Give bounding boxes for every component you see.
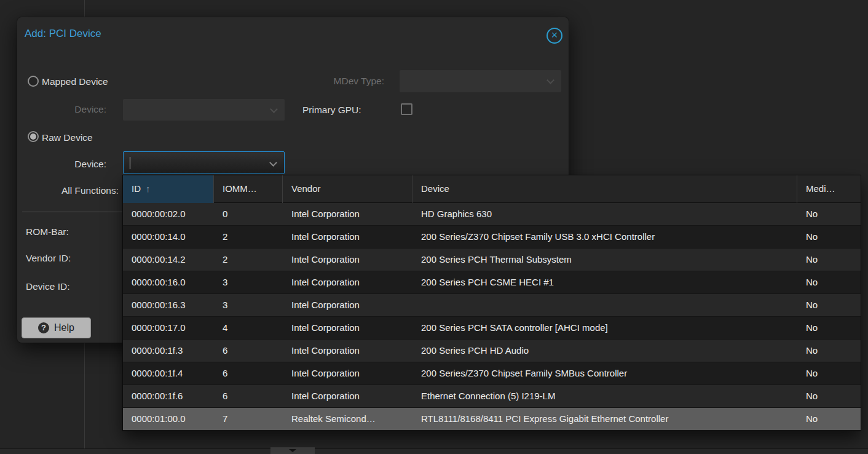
cell-id: 0000:00:1f.6 (123, 385, 214, 408)
mapped-device-radio-label: Mapped Device (42, 76, 108, 88)
chevron-down-icon (546, 76, 554, 84)
cell-vendor: Realtek Semicond… (283, 408, 412, 431)
cell-vendor: Intel Corporation (283, 294, 412, 317)
cell-id: 0000:00:16.0 (123, 271, 214, 294)
help-icon: ? (38, 322, 49, 333)
column-header-label: IOMM… (223, 183, 257, 194)
cell-mediated: No (797, 385, 861, 408)
column-header-vendor[interactable]: Vendor (283, 175, 412, 203)
cell-vendor: Intel Corporation (283, 203, 412, 226)
column-header-iommu[interactable]: IOMM… (214, 175, 283, 203)
cell-vendor: Intel Corporation (283, 317, 412, 340)
primary-gpu-checkbox[interactable] (401, 103, 412, 115)
cell-iommu: 6 (214, 340, 283, 362)
raw-device-radio-label: Raw Device (42, 132, 93, 144)
column-header-label: ID (132, 183, 141, 194)
cell-mediated: No (797, 249, 861, 271)
cell-device: HD Graphics 630 (412, 203, 797, 226)
chevron-down-icon[interactable] (269, 159, 277, 167)
cell-device: 200 Series/Z370 Chipset Family SMBus Con… (412, 362, 797, 385)
cell-iommu: 3 (214, 271, 283, 294)
mapped-device-radio[interactable] (28, 76, 39, 87)
table-row[interactable]: 0000:00:1f.46Intel Corporation200 Series… (123, 362, 861, 385)
cell-iommu: 4 (214, 317, 283, 340)
background-panel-divider-bottom (84, 343, 85, 449)
cell-mediated: No (797, 271, 861, 294)
background-panel-divider-top (84, 0, 85, 17)
sort-asc-icon: ↑ (146, 183, 151, 194)
background-bottom-panel-edge (0, 448, 868, 454)
column-header-mediated[interactable]: Medi… (797, 175, 861, 203)
cell-mediated: No (797, 226, 861, 249)
cell-device (412, 294, 797, 317)
cell-device: 200 Series/Z370 Chipset Family USB 3.0 x… (412, 226, 797, 249)
cell-id: 0000:01:00.0 (123, 408, 214, 431)
cell-iommu: 3 (214, 294, 283, 317)
cell-mediated: No (797, 362, 861, 385)
raw-device-radio[interactable] (28, 131, 39, 142)
scroll-down-icon (289, 449, 296, 452)
cell-device: 200 Series PCH HD Audio (412, 340, 797, 362)
help-button-label: Help (54, 322, 74, 333)
cell-iommu: 6 (214, 385, 283, 408)
dropdown-body: 0000:00:02.00Intel CorporationHD Graphic… (123, 203, 861, 431)
mapped-device-select (123, 99, 285, 121)
cell-id: 0000:00:1f.3 (123, 340, 214, 362)
cell-iommu: 2 (214, 249, 283, 271)
cell-id: 0000:00:14.0 (123, 226, 214, 249)
rom-bar-label: ROM-Bar: (26, 226, 69, 238)
cell-iommu: 7 (214, 408, 283, 431)
cell-device: 200 Series PCH SATA controller [AHCI mod… (412, 317, 797, 340)
table-row[interactable]: 0000:00:16.03Intel Corporation200 Series… (123, 271, 861, 294)
dialog-title: Add: PCI Device (25, 28, 101, 40)
cell-id: 0000:00:14.2 (123, 249, 214, 271)
mapped-device-select-label: Device: (25, 103, 106, 116)
help-button[interactable]: ? Help (22, 317, 91, 338)
cell-mediated: No (797, 340, 861, 362)
mdev-type-label: MDev Type: (283, 75, 384, 87)
table-row[interactable]: 0000:00:1f.66Intel CorporationEthernet C… (123, 385, 861, 408)
cell-device: RTL8111/8168/8411 PCI Express Gigabit Et… (412, 408, 797, 431)
text-cursor (130, 157, 130, 169)
column-header-id[interactable]: ID↑ (123, 175, 214, 203)
cell-id: 0000:00:16.3 (123, 294, 214, 317)
cell-vendor: Intel Corporation (283, 249, 412, 271)
cell-iommu: 6 (214, 362, 283, 385)
cell-mediated: No (797, 203, 861, 226)
cell-mediated: No (797, 408, 861, 431)
table-row[interactable]: 0000:01:00.07Realtek Semicond…RTL8111/81… (123, 408, 861, 431)
chevron-down-icon (270, 105, 278, 113)
table-row[interactable]: 0000:00:16.33Intel CorporationNo (123, 294, 861, 317)
dropdown-header: ID↑IOMM…VendorDeviceMedi… (123, 175, 861, 203)
cell-vendor: Intel Corporation (283, 340, 412, 362)
cell-device: 200 Series PCH CSME HECI #1 (412, 271, 797, 294)
vendor-id-label: Vendor ID: (26, 252, 71, 265)
cell-vendor: Intel Corporation (283, 271, 412, 294)
mdev-type-select (400, 70, 561, 92)
raw-device-combobox[interactable] (123, 151, 285, 174)
cell-vendor: Intel Corporation (283, 226, 412, 249)
cell-vendor: Intel Corporation (283, 362, 412, 385)
cell-device: 200 Series PCH Thermal Subsystem (412, 249, 797, 271)
close-icon[interactable]: × (546, 28, 562, 44)
table-row[interactable]: 0000:00:1f.36Intel Corporation200 Series… (123, 340, 861, 362)
cell-mediated: No (797, 294, 861, 317)
table-row[interactable]: 0000:00:17.04Intel Corporation200 Series… (123, 317, 861, 340)
cell-iommu: 0 (214, 203, 283, 226)
cell-id: 0000:00:1f.4 (123, 362, 214, 385)
table-row[interactable]: 0000:00:14.22Intel Corporation200 Series… (123, 249, 861, 271)
cell-iommu: 2 (214, 226, 283, 249)
scroll-down-button[interactable] (270, 447, 315, 454)
raw-device-select-label: Device: (25, 158, 106, 170)
device-id-label: Device ID: (26, 281, 70, 293)
table-row[interactable]: 0000:00:14.02Intel Corporation200 Series… (123, 226, 861, 249)
section-divider (22, 212, 123, 212)
all-functions-label: All Functions: (25, 185, 119, 197)
column-header-device[interactable]: Device (412, 175, 797, 203)
cell-vendor: Intel Corporation (283, 385, 412, 408)
table-row[interactable]: 0000:00:02.00Intel CorporationHD Graphic… (123, 203, 861, 226)
cell-device: Ethernet Connection (5) I219-LM (412, 385, 797, 408)
column-header-label: Medi… (806, 183, 835, 194)
column-header-label: Vendor (291, 183, 321, 194)
column-header-label: Device (421, 183, 449, 194)
